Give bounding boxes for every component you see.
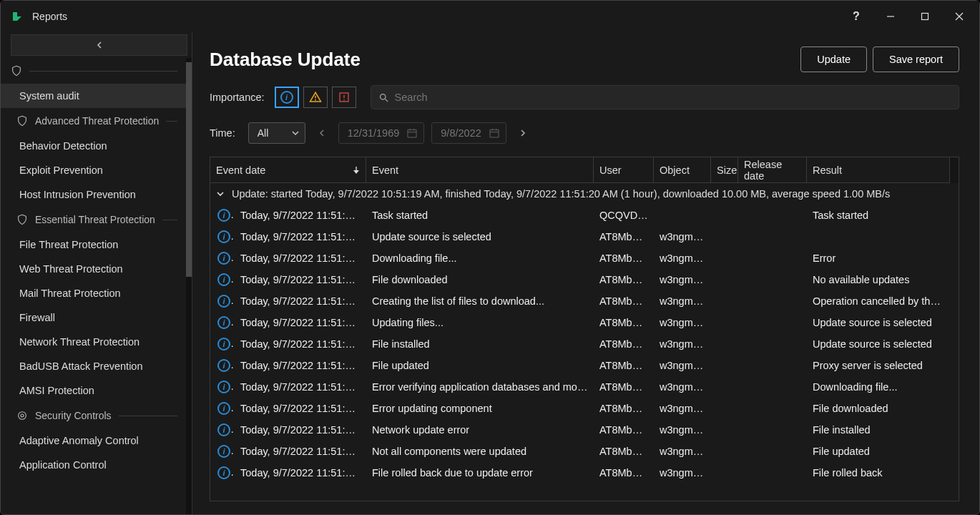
date-prev-button[interactable] — [313, 122, 331, 144]
cell-event-date: Today, 9/7/2022 11:51:19 AM — [235, 381, 366, 393]
cell-user: QCQVD14o — [594, 210, 654, 221]
close-button[interactable] — [942, 1, 976, 32]
sidebar-item[interactable]: Network Threat Protection — [1, 330, 186, 354]
chevron-down-icon — [216, 190, 225, 198]
cell-object: w3ngm4d6 — [654, 381, 711, 393]
sidebar-item[interactable]: AMSI Protection — [1, 378, 186, 403]
cell-user: AT8MbMts — [594, 403, 654, 414]
table-row[interactable]: iToday, 9/7/2022 11:51:19 AMTask started… — [210, 205, 959, 226]
cell-result: No available updates — [807, 274, 950, 285]
cell-result: Error — [807, 252, 950, 264]
sidebar-item-system-audit[interactable]: System audit — [1, 84, 186, 108]
column-user[interactable]: User — [594, 157, 654, 182]
sidebar-item[interactable]: BadUSB Attack Prevention — [1, 354, 186, 378]
table-row[interactable]: iToday, 9/7/2022 11:51:19 AMError updati… — [210, 398, 959, 419]
svg-point-5 — [21, 414, 24, 417]
time-range-select[interactable]: All — [248, 122, 305, 144]
cell-user: AT8MbMts — [594, 446, 654, 457]
importance-warning-toggle[interactable] — [303, 87, 328, 108]
cell-object: w3ngm4d6 — [654, 295, 711, 307]
cell-event-date: Today, 9/7/2022 11:51:19 AM — [235, 231, 366, 242]
info-icon: i — [217, 230, 230, 243]
column-object[interactable]: Object — [654, 157, 711, 182]
sidebar-item[interactable]: Host Intrusion Prevention — [1, 182, 186, 207]
column-release-date[interactable]: Release date — [738, 157, 807, 182]
column-event-date[interactable]: Event date — [210, 157, 366, 182]
sidebar-item[interactable]: Web Threat Protection — [1, 257, 186, 281]
cell-object: w3ngm4d6 — [654, 231, 711, 242]
update-button[interactable]: Update — [800, 46, 867, 72]
sidebar-item[interactable]: Exploit Prevention — [1, 158, 186, 182]
maximize-button[interactable] — [908, 1, 942, 32]
column-event[interactable]: Event — [366, 157, 594, 182]
cell-event-date: Today, 9/7/2022 11:51:19 AM — [235, 446, 366, 457]
table-row[interactable]: iToday, 9/7/2022 11:51:19 AMFile rolled … — [210, 462, 959, 484]
cell-event: Downloading file... — [366, 252, 594, 264]
info-icon: i — [217, 359, 230, 372]
cell-event: Creating the list of files to download..… — [366, 295, 594, 307]
minimize-button[interactable] — [873, 1, 908, 32]
calendar-icon — [406, 127, 418, 139]
cell-event: Task started — [366, 210, 594, 221]
cell-event-date: Today, 9/7/2022 11:51:19 AM — [235, 403, 366, 414]
info-icon: i — [217, 209, 230, 222]
info-icon: i — [217, 295, 230, 308]
cell-object: w3ngm4d6 — [654, 252, 711, 264]
sidebar-item[interactable]: Mail Threat Protection — [1, 281, 186, 305]
svg-line-12 — [385, 99, 388, 102]
svg-point-10 — [343, 99, 345, 101]
table-row[interactable]: iToday, 9/7/2022 11:51:19 AMFile updated… — [210, 355, 959, 376]
cell-event-date: Today, 9/7/2022 11:51:19 AM — [235, 274, 366, 285]
sidebar-item[interactable]: Firewall — [1, 305, 186, 330]
table-scrollbar[interactable] — [950, 157, 959, 183]
cell-result: Operation cancelled by the user — [807, 295, 950, 307]
table-row[interactable]: iToday, 9/7/2022 11:51:19 AMFile downloa… — [210, 269, 959, 290]
table-group-row[interactable]: Update: started Today, 9/7/2022 10:51:19… — [210, 183, 959, 205]
sidebar-item[interactable]: Application Control — [1, 453, 186, 477]
page-title: Database Update — [210, 49, 361, 71]
cell-event: Error verifying application databases an… — [366, 381, 594, 393]
sidebar-item[interactable]: File Threat Protection — [1, 232, 186, 257]
search-icon — [378, 92, 389, 103]
date-to-input[interactable]: 9/8/2022 — [431, 122, 506, 144]
cell-event: File updated — [366, 360, 594, 371]
sidebar-item[interactable]: Adaptive Anomaly Control — [1, 428, 186, 453]
cell-result: File installed — [807, 424, 950, 436]
cell-event: File installed — [366, 338, 594, 350]
chevron-down-icon — [292, 129, 299, 137]
table-row[interactable]: iToday, 9/7/2022 11:51:19 AMCreating the… — [210, 290, 959, 312]
table-row[interactable]: iToday, 9/7/2022 11:51:19 AMError verify… — [210, 376, 959, 398]
date-to-value: 9/8/2022 — [441, 127, 481, 139]
sort-descending-icon — [353, 166, 360, 175]
column-result[interactable]: Result — [807, 157, 950, 182]
app-window: Reports ? System auditAdvanced Threat Pr… — [0, 0, 980, 515]
table-row[interactable]: iToday, 9/7/2022 11:51:19 AMFile install… — [210, 333, 959, 355]
table-row[interactable]: iToday, 9/7/2022 11:51:19 AMNot all comp… — [210, 441, 959, 462]
column-size[interactable]: Size — [711, 157, 738, 182]
cell-object: w3ngm4d6 — [654, 338, 711, 350]
table-row[interactable]: iToday, 9/7/2022 11:51:19 AMNetwork upda… — [210, 419, 959, 441]
table-row[interactable]: iToday, 9/7/2022 11:51:19 AMUpdate sourc… — [210, 226, 959, 247]
search-box[interactable] — [371, 85, 959, 109]
search-input[interactable] — [395, 92, 951, 103]
cell-result: Proxy server is selected — [807, 360, 950, 371]
sidebar-scrollbar[interactable] — [186, 58, 192, 514]
importance-critical-toggle[interactable] — [332, 87, 356, 108]
cell-object: w3ngm4d6 — [654, 360, 711, 371]
save-report-button[interactable]: Save report — [873, 46, 959, 72]
table-row[interactable]: iToday, 9/7/2022 11:51:19 AMUpdating fil… — [210, 312, 959, 333]
cell-event: File rolled back due to update error — [366, 467, 594, 479]
sidebar: System auditAdvanced Threat ProtectionBe… — [1, 32, 192, 514]
table-row[interactable]: iToday, 9/7/2022 11:51:19 AMDownloading … — [210, 247, 959, 269]
cell-user: AT8MbMts — [594, 295, 654, 307]
sidebar-collapse-button[interactable] — [11, 34, 187, 56]
importance-info-toggle[interactable]: i — [275, 87, 299, 108]
cell-event: File downloaded — [366, 274, 594, 285]
sidebar-item[interactable]: Behavior Detection — [1, 134, 186, 158]
help-button[interactable]: ? — [839, 1, 873, 32]
cell-object: w3ngm4d6 — [654, 446, 711, 457]
events-table: Event date Event User Object Size Releas… — [210, 157, 959, 501]
date-next-button[interactable] — [514, 122, 532, 144]
cell-event: Not all components were updated — [366, 446, 594, 457]
date-from-input[interactable]: 12/31/1969 — [338, 122, 425, 144]
